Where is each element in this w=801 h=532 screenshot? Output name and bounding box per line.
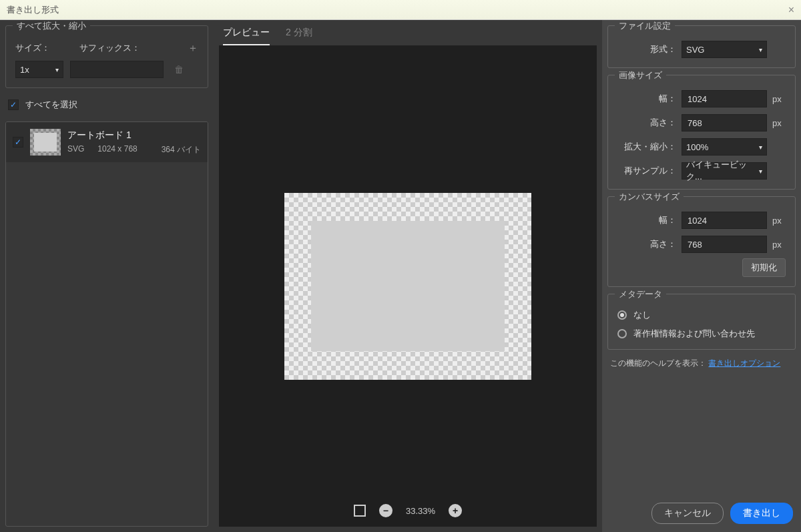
unit-px: px — [772, 118, 786, 128]
metadata-none-label: なし — [633, 309, 651, 321]
canvas-size-section: カンバスサイズ 幅： px 高さ： px 初期化 — [607, 196, 796, 287]
height-input[interactable] — [682, 114, 767, 131]
zoom-in-icon[interactable]: + — [449, 504, 462, 517]
metadata-copyright-radio[interactable] — [617, 329, 627, 338]
width-input[interactable] — [682, 90, 767, 107]
scale-section-title: すべて拡大・縮小 — [13, 20, 90, 32]
format-label: 形式： — [637, 43, 676, 55]
asset-item[interactable]: ✓ アートボード 1 SVG 1024 x 768 364 バイト — [6, 122, 208, 162]
canvas-width-input[interactable] — [682, 212, 767, 229]
asset-thumbnail — [30, 129, 61, 156]
size-value: 1x — [20, 65, 29, 75]
crop-icon[interactable] — [354, 505, 366, 517]
help-link[interactable]: 書き出しオプション — [708, 358, 780, 368]
help-prefix: この機能のヘルプを表示： — [610, 358, 706, 368]
resample-select[interactable]: バイキュービック... ▾ — [682, 162, 767, 180]
zoom-controls: − 33.33% + — [354, 504, 462, 517]
format-value: SVG — [686, 45, 704, 55]
format-select[interactable]: SVG ▾ — [682, 41, 767, 58]
select-all-label: すべてを選択 — [25, 99, 77, 111]
scale-label: 拡大・縮小： — [623, 141, 676, 153]
image-size-section: 画像サイズ 幅： px 高さ： px 拡大・縮小： 100% ▾ 再サンプル — [607, 75, 796, 190]
dialog-buttons: キャンセル 書き出し — [607, 499, 796, 527]
suffix-input[interactable] — [70, 61, 164, 78]
help-row: この機能のヘルプを表示： 書き出しオプション — [607, 356, 796, 370]
titlebar: 書き出し形式 × — [0, 0, 801, 20]
export-button[interactable]: 書き出し — [730, 503, 793, 524]
chevron-down-icon: ▾ — [55, 66, 59, 73]
suffix-label: サフィックス： — [79, 42, 140, 54]
asset-filesize: 364 バイト — [162, 144, 201, 156]
dialog-title: 書き出し形式 — [7, 4, 59, 16]
asset-dimensions: 1024 x 768 — [97, 144, 137, 156]
close-icon[interactable]: × — [788, 4, 794, 16]
cancel-button[interactable]: キャンセル — [651, 503, 724, 524]
scale-section: すべて拡大・縮小 サイズ： サフィックス： ＋ 1x ▾ 🗑 — [5, 25, 208, 88]
right-panel: ファイル設定 形式： SVG ▾ 画像サイズ 幅： px 高さ： px — [602, 20, 801, 532]
size-select[interactable]: 1x ▾ — [15, 61, 63, 78]
select-all-checkbox[interactable]: ✓ — [8, 99, 19, 110]
chevron-down-icon: ▾ — [759, 46, 762, 53]
asset-format: SVG — [67, 144, 84, 156]
canvas-height-label: 高さ： — [637, 238, 676, 250]
asset-list: ✓ アートボード 1 SVG 1024 x 768 364 バイト — [5, 121, 208, 527]
add-scale-icon[interactable]: ＋ — [188, 41, 198, 55]
canvas-content — [311, 221, 505, 351]
canvas-height-input[interactable] — [682, 236, 767, 253]
left-panel: すべて拡大・縮小 サイズ： サフィックス： ＋ 1x ▾ 🗑 ✓ すべてを選択 … — [0, 20, 214, 532]
unit-px: px — [772, 240, 786, 250]
file-settings-section: ファイル設定 形式： SVG ▾ — [607, 25, 796, 68]
canvas-width-label: 幅： — [637, 214, 676, 226]
size-label: サイズ： — [15, 42, 50, 54]
unit-px: px — [772, 94, 786, 104]
metadata-copyright-label: 著作権情報および問い合わせ先 — [633, 328, 755, 340]
asset-checkbox[interactable]: ✓ — [13, 137, 23, 148]
select-all-row: ✓ すべてを選択 — [5, 93, 208, 116]
metadata-none-radio[interactable] — [617, 310, 627, 320]
scale-value: 100% — [686, 142, 708, 152]
reset-button[interactable]: 初期化 — [742, 258, 786, 277]
zoom-value: 33.33% — [406, 506, 435, 516]
asset-name: アートボード 1 — [67, 129, 201, 142]
preview-area: − 33.33% + — [219, 45, 597, 527]
preview-tabs: プレビュー 2 分割 — [214, 20, 602, 45]
tab-preview[interactable]: プレビュー — [223, 27, 270, 45]
chevron-down-icon: ▾ — [759, 168, 762, 175]
scale-select[interactable]: 100% ▾ — [682, 138, 767, 156]
center-panel: プレビュー 2 分割 − 33.33% + — [214, 20, 602, 532]
canvas-size-title: カンバスサイズ — [615, 191, 684, 203]
unit-px: px — [772, 216, 786, 226]
zoom-out-icon[interactable]: − — [379, 504, 392, 517]
file-settings-title: ファイル設定 — [615, 20, 675, 32]
metadata-section: メタデータ なし 著作権情報および問い合わせ先 — [607, 294, 796, 350]
image-size-title: 画像サイズ — [615, 69, 666, 81]
canvas-transparent-bg — [284, 193, 531, 380]
width-label: 幅： — [637, 93, 676, 105]
metadata-title: メタデータ — [615, 288, 666, 300]
trash-icon[interactable]: 🗑 — [174, 64, 184, 75]
resample-value: バイキュービック... — [686, 159, 759, 183]
height-label: 高さ： — [637, 117, 676, 129]
chevron-down-icon: ▾ — [759, 144, 762, 151]
resample-label: 再サンプル： — [623, 165, 676, 177]
tab-split[interactable]: 2 分割 — [286, 27, 312, 45]
